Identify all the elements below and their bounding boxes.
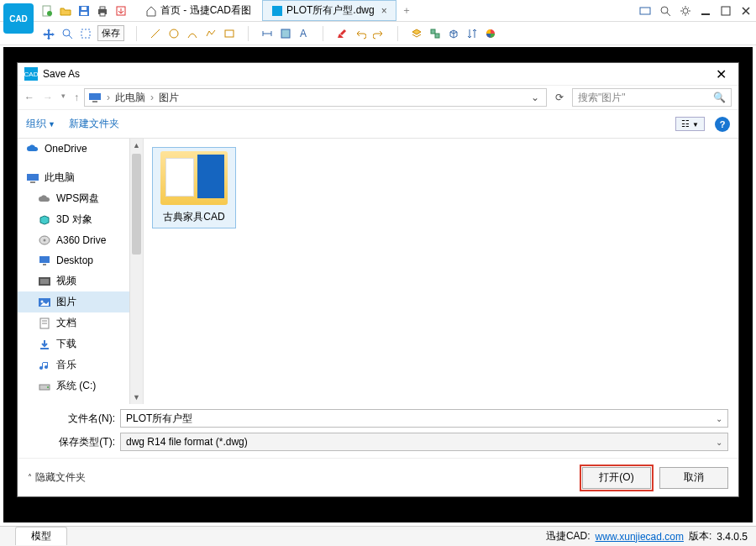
- scroll-thumb[interactable]: [132, 154, 141, 255]
- settings-icon[interactable]: [679, 4, 692, 18]
- screenshot-icon[interactable]: [638, 4, 652, 18]
- cancel-button[interactable]: 取消: [659, 467, 728, 489]
- pan-icon[interactable]: [42, 27, 55, 40]
- filetype-select[interactable]: dwg R14 file format (*.dwg) ⌄: [120, 433, 728, 451]
- up-icon[interactable]: ↑: [74, 92, 79, 103]
- sidebar-item-disc[interactable]: A360 Drive: [18, 230, 143, 250]
- chevron-down-icon[interactable]: ⌄: [716, 414, 722, 423]
- minimize-icon[interactable]: [699, 4, 712, 18]
- svg-rect-18: [81, 29, 90, 38]
- block-icon[interactable]: [428, 27, 442, 40]
- sidebar-item-desktop[interactable]: Desktop: [18, 250, 143, 270]
- tab-label: PLOT所有户型.dwg: [286, 3, 375, 18]
- arc-tool-icon[interactable]: [186, 27, 199, 40]
- scroll-down-icon[interactable]: ▼: [130, 391, 143, 404]
- line-tool-icon[interactable]: [149, 27, 162, 40]
- status-bar: 模型 迅捷CAD: www.xunjiecad.com 版本: 3.4.0.5: [0, 526, 756, 546]
- 3d-icon[interactable]: [447, 27, 460, 40]
- nav-arrows: ← → ▾ ↑: [24, 92, 79, 103]
- file-list[interactable]: 古典家具CAD: [144, 139, 738, 404]
- view-mode-button[interactable]: ☷ ▼: [675, 117, 705, 131]
- breadcrumb-current[interactable]: 图片: [159, 91, 179, 105]
- filename-input[interactable]: PLOT所有户型 ⌄: [120, 409, 728, 428]
- refresh-icon[interactable]: ⟳: [552, 92, 567, 103]
- open-button[interactable]: 打开(O): [582, 467, 651, 489]
- svg-text:A: A: [300, 28, 307, 39]
- svg-point-20: [170, 29, 178, 38]
- recent-dropdown-icon[interactable]: ▾: [61, 92, 66, 103]
- tab-plot-dwg[interactable]: PLOT所有户型.dwg ×: [262, 0, 396, 21]
- sidebar-item-video[interactable]: 视频: [18, 270, 143, 291]
- sidebar-item-download[interactable]: 下载: [18, 333, 143, 354]
- computer-icon: [88, 92, 102, 103]
- export-icon[interactable]: [114, 4, 128, 18]
- folder-sidebar: OneDrive此电脑WPS网盘3D 对象A360 DriveDesktop视频…: [18, 139, 144, 404]
- chevron-right-icon[interactable]: ›: [150, 92, 154, 103]
- dimension-icon[interactable]: [260, 27, 274, 40]
- new-folder-button[interactable]: 新建文件夹: [69, 117, 119, 131]
- svg-point-11: [661, 7, 668, 13]
- rect-tool-icon[interactable]: [223, 27, 236, 40]
- computer-icon: [26, 171, 39, 185]
- svg-rect-28: [431, 29, 435, 34]
- edit-icon[interactable]: [335, 27, 349, 40]
- zoom-window-icon[interactable]: [60, 27, 74, 40]
- brand-label: 迅捷CAD:: [546, 529, 591, 543]
- zoom-icon[interactable]: [659, 4, 672, 18]
- sidebar-item-cloud-blue[interactable]: OneDrive: [18, 139, 143, 159]
- svg-rect-10: [640, 8, 650, 14]
- sidebar-item-label: Desktop: [56, 255, 93, 266]
- new-tab-button[interactable]: ＋: [398, 3, 415, 18]
- tab-home[interactable]: 首页 - 迅捷CAD看图: [136, 0, 260, 21]
- print-icon[interactable]: [96, 4, 109, 18]
- folder-item[interactable]: 古典家具CAD: [152, 147, 236, 228]
- search-input[interactable]: 搜索"图片" 🔍: [572, 88, 732, 107]
- close-window-icon[interactable]: [739, 4, 753, 18]
- sidebar-item-music[interactable]: 音乐: [18, 354, 143, 375]
- brand-url[interactable]: www.xunjiecad.com: [596, 531, 684, 543]
- hidden-folders-toggle[interactable]: ˄ 隐藏文件夹: [28, 470, 86, 485]
- back-icon[interactable]: ←: [24, 92, 34, 103]
- polyline-tool-icon[interactable]: [204, 27, 218, 40]
- cloud-blue-icon: [26, 142, 39, 155]
- sidebar-item-cube[interactable]: 3D 对象: [18, 209, 143, 230]
- help-icon[interactable]: ?: [715, 117, 730, 132]
- chevron-down-icon[interactable]: ⌄: [716, 438, 722, 447]
- close-icon[interactable]: ✕: [711, 66, 732, 82]
- app-topbar: 首页 - 迅捷CAD看图 PLOT所有户型.dwg × ＋: [0, 0, 756, 22]
- dialog-actions: ˄ 隐藏文件夹 打开(O) 取消: [18, 458, 738, 496]
- dialog-body: OneDrive此电脑WPS网盘3D 对象A360 DriveDesktop视频…: [18, 139, 738, 404]
- picture-icon: [38, 296, 51, 309]
- chevron-right-icon[interactable]: ›: [107, 92, 110, 103]
- select-icon[interactable]: [79, 27, 92, 40]
- save-label: 保存: [97, 25, 124, 41]
- save-icon[interactable]: [77, 4, 91, 18]
- address-bar[interactable]: › 此电脑 › 图片 ⌄: [84, 88, 547, 107]
- breadcrumb-root[interactable]: 此电脑: [115, 91, 145, 105]
- redo-icon[interactable]: [372, 27, 386, 40]
- color-wheel-icon[interactable]: [484, 27, 497, 40]
- forward-icon[interactable]: →: [43, 92, 53, 103]
- new-file-icon[interactable]: [40, 4, 54, 18]
- open-folder-icon[interactable]: [59, 4, 72, 18]
- sidebar-item-doc[interactable]: 文档: [18, 312, 143, 333]
- scrollbar[interactable]: ▲ ▼: [129, 139, 143, 404]
- maximize-icon[interactable]: [719, 4, 732, 18]
- sidebar-item-computer[interactable]: 此电脑: [18, 167, 143, 188]
- sidebar-item-picture[interactable]: 图片: [18, 291, 143, 312]
- undo-icon[interactable]: [354, 27, 367, 40]
- model-tab[interactable]: 模型: [15, 527, 67, 545]
- folder-label: 古典家具CAD: [156, 210, 232, 224]
- sidebar-item-drive[interactable]: 系统 (C:): [18, 375, 143, 396]
- svg-rect-33: [27, 174, 39, 181]
- address-dropdown-icon[interactable]: ⌄: [528, 92, 543, 103]
- circle-tool-icon[interactable]: [167, 27, 181, 40]
- area-icon[interactable]: [279, 27, 292, 40]
- close-tab-icon[interactable]: ×: [381, 5, 387, 17]
- text-tool-icon[interactable]: A: [297, 27, 311, 40]
- layers-icon[interactable]: [410, 27, 423, 40]
- sort-icon[interactable]: [465, 27, 479, 40]
- sidebar-item-cloud[interactable]: WPS网盘: [18, 188, 143, 209]
- organize-button[interactable]: 组织▼: [26, 117, 55, 131]
- scroll-up-icon[interactable]: ▲: [130, 139, 143, 152]
